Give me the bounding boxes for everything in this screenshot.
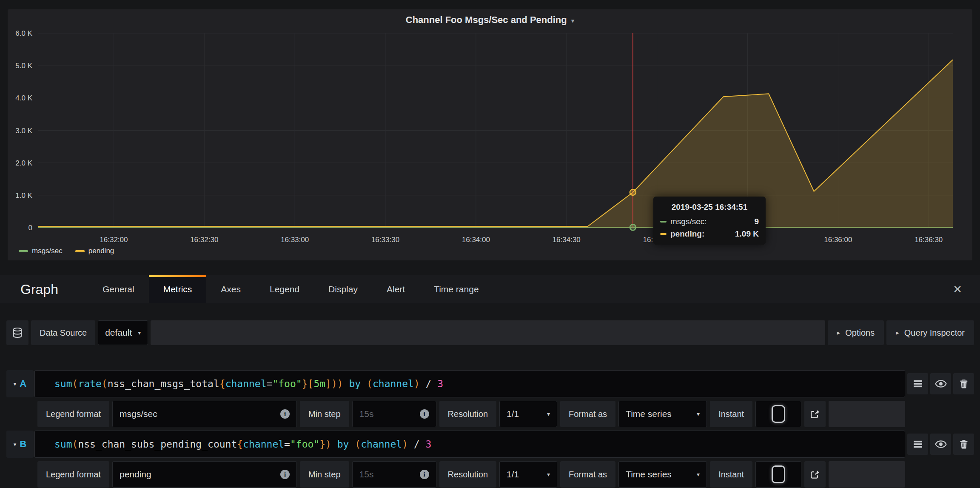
query-disable-button[interactable] bbox=[930, 373, 951, 394]
trash-icon bbox=[959, 439, 969, 450]
resolution-select[interactable]: 1/1 ▾ bbox=[499, 461, 557, 488]
legend-item-msgs-sec[interactable]: msgs/sec bbox=[19, 247, 63, 255]
svg-text:6.0 K: 6.0 K bbox=[15, 29, 32, 37]
instant-label: Instant bbox=[710, 401, 752, 427]
query-b-collapse-toggle[interactable]: ▾ B bbox=[6, 431, 34, 458]
share-icon bbox=[809, 469, 820, 480]
info-icon[interactable]: i bbox=[280, 470, 290, 479]
query-delete-button[interactable] bbox=[953, 373, 974, 394]
svg-text:16:34:30: 16:34:30 bbox=[553, 236, 581, 244]
legend-format-input[interactable]: msgs/sec i bbox=[112, 401, 297, 427]
query-b-actions bbox=[907, 434, 974, 455]
tab-legend[interactable]: Legend bbox=[255, 275, 314, 303]
svg-text:3.0 K: 3.0 K bbox=[15, 127, 32, 135]
datasource-label: Data Source bbox=[31, 320, 95, 345]
legend-label: msgs/sec bbox=[32, 247, 63, 255]
query-b-options-row: Legend format pending i Min step 15s i R… bbox=[37, 461, 905, 488]
tab-metrics[interactable]: Metrics bbox=[149, 275, 207, 303]
editor-tabbar: Graph General Metrics Axes Legend Displa… bbox=[0, 275, 980, 303]
svg-text:4.0 K: 4.0 K bbox=[15, 94, 32, 102]
tooltip-series-name: msgs/sec: bbox=[670, 217, 707, 226]
eye-icon bbox=[935, 378, 947, 390]
graph-canvas[interactable]: 01.0 K2.0 K3.0 K4.0 K5.0 K6.0 K16:32:001… bbox=[8, 9, 972, 260]
query-a-header: ▾ A sum(rate(nss_chan_msgs_total{channel… bbox=[6, 370, 905, 397]
tab-time-range[interactable]: Time range bbox=[419, 275, 493, 303]
legend-label: pending bbox=[88, 247, 114, 255]
database-icon bbox=[11, 326, 24, 339]
min-step-placeholder: 15s bbox=[359, 469, 374, 479]
format-as-select[interactable]: Time series ▾ bbox=[618, 461, 707, 488]
format-as-select[interactable]: Time series ▾ bbox=[618, 401, 707, 427]
datasource-icon-box bbox=[6, 320, 28, 345]
graph-tooltip: 2019-03-25 16:34:51 msgs/sec: 9 pending:… bbox=[653, 197, 766, 245]
chevron-down-icon: ▾ bbox=[547, 471, 550, 478]
info-icon[interactable]: i bbox=[280, 409, 290, 419]
svg-text:16:36:00: 16:36:00 bbox=[824, 236, 852, 244]
close-editor-icon[interactable]: ✕ bbox=[935, 283, 980, 296]
tab-axes[interactable]: Axes bbox=[206, 275, 255, 303]
graph-panel: Channel Foo Msgs/Sec and Pending▾ 01.0 K… bbox=[8, 9, 972, 260]
tab-display[interactable]: Display bbox=[314, 275, 372, 303]
info-icon[interactable]: i bbox=[420, 409, 429, 419]
min-step-label: Min step bbox=[300, 461, 349, 488]
query-menu-button[interactable] bbox=[907, 434, 928, 455]
query-delete-button[interactable] bbox=[953, 434, 974, 455]
query-a-expression-input[interactable]: sum(rate(nss_chan_msgs_total{channel="fo… bbox=[34, 370, 905, 397]
query-disable-button[interactable] bbox=[930, 434, 951, 455]
promql-expression: sum(rate(nss_chan_msgs_total{channel="fo… bbox=[54, 378, 443, 389]
query-a-options-row: Legend format msgs/sec i Min step 15s i … bbox=[37, 401, 905, 427]
trash-icon bbox=[959, 378, 969, 389]
info-icon[interactable]: i bbox=[420, 470, 429, 479]
min-step-input[interactable]: 15s i bbox=[352, 401, 436, 427]
query-link-button[interactable] bbox=[804, 461, 826, 488]
tooltip-row: msgs/sec: 9 bbox=[660, 217, 759, 226]
active-tab-accent bbox=[149, 275, 207, 277]
legend-color-dash bbox=[19, 250, 28, 252]
legend-format-label: Legend format bbox=[37, 461, 109, 488]
tooltip-series-dash bbox=[660, 221, 667, 223]
instant-checkbox[interactable] bbox=[755, 401, 801, 427]
legend-format-input[interactable]: pending i bbox=[112, 461, 297, 488]
svg-text:0: 0 bbox=[28, 224, 32, 232]
query-menu-button[interactable] bbox=[907, 373, 928, 394]
query-a-actions bbox=[907, 373, 974, 394]
legend-color-dash bbox=[75, 250, 85, 252]
svg-text:16:33:00: 16:33:00 bbox=[281, 236, 309, 244]
datasource-row-filler bbox=[151, 320, 825, 345]
query-link-button[interactable] bbox=[804, 401, 826, 427]
query-b-expression-input[interactable]: sum(nss_chan_subs_pending_count{channel=… bbox=[34, 431, 905, 458]
query-ref-letter: A bbox=[20, 378, 26, 389]
chevron-right-icon: ▸ bbox=[837, 329, 840, 337]
graph-legend: msgs/sec pending bbox=[19, 247, 114, 255]
resolution-value: 1/1 bbox=[507, 409, 519, 419]
query-b-header: ▾ B sum(nss_chan_subs_pending_count{chan… bbox=[6, 431, 905, 458]
query-a-collapse-toggle[interactable]: ▾ A bbox=[6, 370, 34, 397]
chevron-down-icon: ▾ bbox=[697, 471, 700, 478]
format-as-value: Time series bbox=[626, 409, 672, 419]
tooltip-series-dash bbox=[660, 233, 667, 235]
tooltip-series-value: 9 bbox=[754, 217, 759, 226]
resolution-label: Resolution bbox=[439, 401, 497, 427]
legend-item-pending[interactable]: pending bbox=[75, 247, 114, 255]
resolution-select[interactable]: 1/1 ▾ bbox=[499, 401, 557, 427]
svg-text:5.0 K: 5.0 K bbox=[15, 62, 32, 70]
resolution-value: 1/1 bbox=[507, 469, 519, 479]
query-inspector-button[interactable]: ▸ Query Inspector bbox=[886, 320, 974, 345]
instant-checkbox[interactable] bbox=[755, 461, 801, 488]
tab-alert[interactable]: Alert bbox=[372, 275, 419, 303]
eye-icon bbox=[935, 438, 947, 450]
svg-text:1.0 K: 1.0 K bbox=[15, 191, 32, 200]
datasource-row: Data Source default ▾ ▸ Options ▸ Query … bbox=[6, 320, 974, 345]
tab-general[interactable]: General bbox=[88, 275, 149, 303]
options-button[interactable]: ▸ Options bbox=[828, 320, 884, 345]
min-step-input[interactable]: 15s i bbox=[352, 461, 436, 488]
query-options-filler bbox=[829, 461, 905, 488]
format-as-label: Format as bbox=[560, 401, 615, 427]
svg-text:2.0 K: 2.0 K bbox=[15, 159, 32, 167]
query-ref-letter: B bbox=[20, 439, 26, 450]
chevron-down-icon: ▾ bbox=[14, 441, 17, 448]
datasource-select[interactable]: default ▾ bbox=[98, 320, 148, 345]
tooltip-row: pending: 1.09 K bbox=[660, 229, 759, 239]
chevron-down-icon: ▾ bbox=[14, 381, 17, 387]
instant-label: Instant bbox=[710, 461, 752, 488]
